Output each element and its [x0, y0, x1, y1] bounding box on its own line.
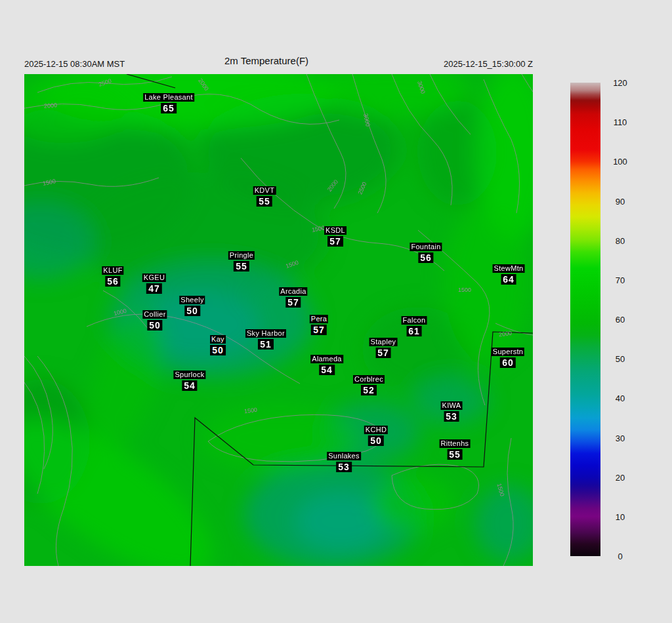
temperature-field-svg: [24, 74, 533, 566]
station-name: Corblrec: [353, 375, 385, 384]
station-name: Rittenhs: [440, 439, 471, 448]
station: Rittenhs55: [440, 437, 471, 460]
station: KDVT55: [253, 184, 276, 207]
station: Spurlock54: [173, 369, 205, 391]
station-name: Alameda: [310, 355, 343, 363]
colorbar-tick-label: 60: [607, 315, 633, 325]
colorbar-tick-label: 0: [607, 552, 633, 561]
station-temperature-value: 51: [258, 339, 274, 350]
station: KLUF56: [102, 264, 123, 287]
station: Pringle55: [228, 249, 255, 271]
colorbar-tick-label: 20: [607, 472, 633, 482]
station-name: Fountain: [410, 243, 442, 251]
station-name: KSDL: [324, 226, 346, 235]
station-temperature-value: 50: [184, 306, 200, 316]
contour-elevation-label: 2000: [44, 102, 58, 110]
station-temperature-value: 54: [182, 380, 198, 391]
station-name: Sky Harbor: [245, 329, 286, 338]
station: Arcadia57: [279, 285, 307, 308]
station-temperature-value: 56: [105, 276, 121, 287]
station-temperature-value: 50: [147, 320, 163, 331]
station-name: Kay: [210, 335, 226, 344]
station-name: KLUF: [102, 266, 123, 275]
station-name: Pera: [310, 315, 328, 323]
station-name: Falcon: [402, 316, 427, 325]
colorbar: [570, 83, 600, 556]
station: Sky Harbor51: [245, 327, 286, 350]
colorbar-tick-label: 80: [607, 235, 633, 245]
station-temperature-value: 65: [161, 103, 177, 113]
station-temperature-value: 55: [257, 196, 272, 207]
station-name: KDVT: [253, 186, 276, 195]
station-temperature-value: 47: [146, 283, 162, 294]
station-name: Sheely: [179, 296, 205, 304]
colorbar-tick-label: 70: [607, 275, 633, 285]
station-temperature-value: 53: [336, 462, 352, 472]
station: KCHD50: [364, 424, 388, 446]
colorbar-tick-label: 10: [607, 512, 633, 521]
station-temperature-value: 64: [501, 274, 516, 285]
colorbar-tick-label: 40: [607, 393, 633, 403]
station: Sunlakes53: [327, 450, 361, 472]
station: Falcon61: [402, 314, 427, 336]
colorbar-tick-label: 90: [607, 196, 633, 206]
station-name: Lake Pleasant: [143, 93, 194, 102]
colorbar-tick-label: 110: [607, 117, 633, 127]
station-temperature-value: 57: [327, 236, 343, 247]
station: Fountain56: [410, 241, 442, 263]
station-temperature-value: 55: [234, 261, 249, 271]
station: Pera57: [310, 313, 328, 335]
station: KGEU47: [142, 271, 166, 294]
station-temperature-value: 50: [210, 345, 226, 355]
station-name: Pringle: [228, 251, 255, 260]
station-temperature-value: 57: [311, 325, 327, 335]
station-name: KCHD: [364, 426, 388, 434]
contour-elevation-label: 1500: [458, 287, 471, 293]
station: Kay50: [210, 333, 226, 355]
station-temperature-value: 53: [444, 411, 459, 422]
station-name: Stapley: [369, 338, 398, 346]
station: StewMtn64: [493, 262, 525, 285]
station-name: Arcadia: [279, 287, 307, 296]
station: KSDL57: [324, 224, 346, 247]
station-temperature-value: 61: [406, 326, 422, 336]
station: Corblrec52: [353, 373, 385, 395]
station-name: Superstn: [492, 348, 524, 356]
station-name: Spurlock: [173, 371, 205, 379]
station-temperature-value: 55: [447, 449, 463, 460]
station-temperature-value: 60: [500, 357, 516, 368]
colorbar-tick-label: 30: [607, 433, 633, 443]
station: Sheely50: [179, 294, 205, 316]
station-name: Sunlakes: [327, 452, 361, 460]
station-name: KIWA: [441, 401, 463, 410]
temperature-map: Lake Pleasant65KDVT55KSDL57Fountain56Ste…: [24, 74, 533, 566]
station-temperature-value: 56: [418, 252, 434, 263]
station: Stapley57: [369, 336, 398, 358]
station-temperature-value: 50: [368, 435, 384, 446]
station-name: StewMtn: [493, 264, 525, 273]
timestamp-utc: 2025-12-15_15:30:00 Z: [444, 59, 533, 69]
colorbar-tick-label: 50: [607, 354, 633, 364]
station-temperature-value: 57: [375, 348, 391, 358]
station-temperature-value: 57: [285, 297, 301, 308]
station: Alameda54: [310, 353, 343, 375]
station-temperature-value: 54: [319, 365, 335, 375]
station: Superstn60: [492, 346, 524, 368]
station: Lake Pleasant65: [143, 91, 194, 113]
colorbar-tick-label: 120: [607, 78, 633, 88]
station: KIWA53: [441, 399, 463, 422]
station-name: KGEU: [142, 273, 166, 282]
colorbar-tick-label: 100: [607, 157, 633, 167]
station: Collier50: [142, 308, 167, 331]
station-temperature-value: 52: [361, 385, 377, 395]
station-name: Collier: [142, 310, 167, 319]
